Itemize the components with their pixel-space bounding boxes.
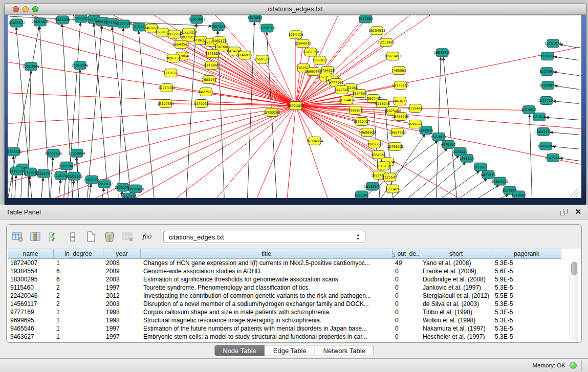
graph-node-label: 16405572 xyxy=(8,21,25,25)
table-cell: 49 xyxy=(393,259,420,267)
citation-edge xyxy=(546,117,579,120)
table-cell: 6 xyxy=(54,267,103,275)
table-cell: Yano et al. (2008) xyxy=(420,259,492,267)
graph-node-label: 16648794 xyxy=(434,51,451,55)
graph-node-label: 7955812 xyxy=(312,58,327,62)
table-cell: 9463627 xyxy=(8,333,54,341)
graph-node-label: 12213987 xyxy=(378,40,395,45)
graph-node-label: 12505135 xyxy=(66,174,83,179)
memory-ok-indicator xyxy=(570,362,577,369)
table-cell: Stergiakouli et al. (2012) xyxy=(420,292,492,300)
table-row[interactable]: 1830029562008Estimation of significance … xyxy=(8,275,561,283)
function-builder-icon[interactable]: f(x) xyxy=(139,230,154,244)
column-header-name[interactable]: name xyxy=(8,249,54,258)
citation-edge xyxy=(102,188,104,198)
citation-edge xyxy=(20,172,22,198)
citation-edge xyxy=(438,171,480,198)
table-cell: de Silva et al. (2003) xyxy=(420,300,492,308)
table-row[interactable]: 1938455462009Genome-wide association stu… xyxy=(8,267,561,275)
table-selector-value: citations_edges.txt xyxy=(169,233,224,241)
citation-edge xyxy=(247,22,254,198)
citation-edge xyxy=(9,106,296,124)
graph-node-label: 9242845 xyxy=(204,63,219,68)
table-cell: 1998 xyxy=(103,316,141,324)
table-row[interactable]: 1456911722003Disruption of a novel membe… xyxy=(8,300,561,308)
row-height-icon[interactable] xyxy=(65,230,80,244)
tab-node-table[interactable]: Node Table xyxy=(214,345,265,356)
column-header-year[interactable]: year xyxy=(103,249,141,258)
graph-node-label: 10654112 xyxy=(491,180,508,184)
table-selector-dropdown[interactable]: citations_edges.txt ▲▼ xyxy=(163,231,365,243)
table-row[interactable]: 2242004622012Investigating the contribut… xyxy=(8,292,561,300)
graph-node-label: 15218506 xyxy=(259,26,276,30)
select-columns-icon[interactable] xyxy=(47,230,62,244)
table-row[interactable]: 946554611997Estimation of the future num… xyxy=(8,324,561,333)
table-cell: 9115460 xyxy=(8,283,54,292)
vertical-scrollbar[interactable] xyxy=(570,260,578,341)
column-header-in_degree[interactable]: in_degree xyxy=(54,249,103,258)
table-row[interactable]: 969969511998Structural magnetic resonanc… xyxy=(8,316,561,324)
table-cell: 5.6E-5 xyxy=(492,267,561,275)
graph-node-label: 20513046 xyxy=(23,64,39,69)
graph-node-label: 20206536 xyxy=(45,151,62,156)
window-title: citations_edges.txt xyxy=(5,5,586,13)
graph-node-label: 7932621 xyxy=(473,165,488,169)
table-row[interactable]: 911546021997Tourette syndrome. Phenomeno… xyxy=(8,283,561,292)
table-row[interactable]: 977716911998Corpus callosum shape and si… xyxy=(8,308,561,316)
table-cell: 6 xyxy=(54,275,103,283)
column-header-title[interactable]: title xyxy=(141,249,393,258)
table-row[interactable]: 1872400712008Changes of HCN gene express… xyxy=(8,259,561,267)
network-graph-canvas[interactable]: 1640557220891406986103610655325152760264… xyxy=(8,15,581,198)
citation-edge xyxy=(212,54,296,106)
graph-node-label: 12093872 xyxy=(539,83,556,87)
scrollbar-thumb[interactable] xyxy=(571,262,577,275)
graph-node-label: 2935114 xyxy=(460,157,474,161)
graph-node-label: 16135141 xyxy=(364,185,381,189)
graph-node-label: 7986872 xyxy=(348,108,363,113)
network-window: citations_edges.txt 16405572208914069861… xyxy=(4,3,586,205)
graph-node-label: 9227343 xyxy=(539,70,554,74)
graph-node-label: 15720407 xyxy=(353,120,370,124)
show-columns-icon[interactable] xyxy=(28,230,43,244)
table-cell: 9465546 xyxy=(8,324,54,333)
close-panel-icon[interactable]: ✕ xyxy=(575,207,581,216)
graph-node-label: 9777169 xyxy=(329,81,343,85)
graph-node-label: 10688609 xyxy=(359,130,376,135)
citation-edge xyxy=(173,58,296,106)
table-cell: 2009 xyxy=(103,267,141,275)
citation-edge xyxy=(530,114,532,198)
create-column-icon[interactable] xyxy=(83,230,99,244)
window-titlebar[interactable]: citations_edges.txt xyxy=(5,4,586,15)
column-header-out_de[interactable]: △out_de... xyxy=(393,249,420,258)
tab-network-table[interactable]: Network Table xyxy=(315,345,374,356)
table-cell: 0 xyxy=(393,292,420,300)
graph-node-label: 7603144 xyxy=(202,78,216,82)
graph-node-label: 5375685 xyxy=(205,52,220,56)
table-row[interactable]: 946362711997Embryonic stem cells: a mode… xyxy=(8,333,561,341)
table-body: 1872400712008Changes of HCN gene express… xyxy=(8,259,561,341)
column-header-pagerank[interactable]: pagerank xyxy=(492,249,561,258)
citation-edge xyxy=(560,45,579,48)
column-header-short[interactable]: short xyxy=(420,249,492,258)
graph-node-label: 1640935 xyxy=(419,128,433,133)
delete-column-icon[interactable] xyxy=(102,230,117,244)
resize-grip-icon[interactable] xyxy=(576,194,578,197)
graph-node-label: 17957255 xyxy=(83,178,100,182)
tab-edge-table[interactable]: Edge Table xyxy=(265,345,315,356)
graph-node-label: 18807273 xyxy=(366,142,383,146)
graph-node-label: 9474444 xyxy=(453,150,468,154)
float-panel-icon[interactable] xyxy=(560,209,568,215)
network-view-frame: 1640557220891406986103610655325152760264… xyxy=(5,15,586,205)
table-cell: 1997 xyxy=(103,333,141,341)
table-mode-icon[interactable] xyxy=(10,230,25,244)
table-cell: 5.3E-5 xyxy=(492,324,561,333)
citation-edge xyxy=(9,106,296,183)
graph-node-label: 12213383 xyxy=(158,86,175,90)
table-cell: 1 xyxy=(54,308,103,316)
citation-edge xyxy=(256,106,296,198)
table-cell: 18300295 xyxy=(8,275,54,283)
resize-grip-icon[interactable] xyxy=(573,191,578,197)
delete-table-icon[interactable] xyxy=(120,230,136,244)
table-cell: 1997 xyxy=(103,324,141,333)
table-cell: Franke et al. (2009) xyxy=(420,267,492,275)
